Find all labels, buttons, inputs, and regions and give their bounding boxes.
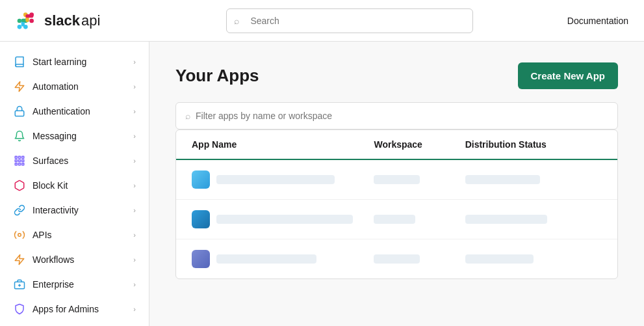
sidebar-item-label: Workflows	[32, 254, 127, 265]
table-row[interactable]	[176, 239, 617, 278]
svg-rect-2	[18, 25, 22, 29]
workspace-cell	[374, 215, 465, 224]
sidebar-item-block-kit[interactable]: Block Kit ›	[0, 173, 149, 198]
sidebar-item-label: Automation	[32, 81, 127, 92]
automation-icon	[13, 80, 26, 93]
book-icon	[13, 55, 26, 68]
svg-rect-15	[19, 156, 21, 158]
chevron-right-icon: ›	[133, 305, 136, 313]
svg-rect-21	[19, 163, 21, 165]
svg-rect-16	[22, 156, 24, 158]
chevron-right-icon: ›	[133, 83, 136, 90]
col-distribution-status: Distribution Status	[465, 139, 602, 150]
create-new-app-button[interactable]: Create New App	[518, 62, 618, 89]
avatar	[192, 250, 210, 268]
app-name-blurred	[216, 254, 316, 264]
chevron-right-icon: ›	[133, 256, 136, 264]
chevron-right-icon: ›	[133, 280, 136, 288]
page-header: Your Apps Create New App	[175, 62, 618, 89]
col-app-name: App Name	[192, 139, 374, 150]
svg-point-23	[18, 234, 21, 237]
svg-rect-22	[22, 163, 24, 165]
header-search-area: ⌕	[143, 8, 557, 33]
status-blurred	[465, 254, 534, 264]
avatar	[192, 170, 210, 189]
svg-rect-18	[19, 160, 21, 162]
avatar	[192, 210, 210, 228]
chevron-right-icon: ›	[133, 107, 136, 115]
logo-area: slackapi	[16, 9, 133, 33]
svg-rect-7	[29, 18, 34, 23]
apis-icon	[13, 228, 26, 241]
sidebar-item-workflows[interactable]: Workflows ›	[0, 247, 149, 272]
svg-rect-14	[15, 156, 17, 158]
sidebar-item-interactivity[interactable]: Interactivity ›	[0, 198, 149, 223]
workspace-cell	[374, 175, 465, 184]
chevron-right-icon: ›	[133, 157, 136, 165]
main-content: Your Apps Create New App ⌕ App Name Work…	[149, 42, 644, 326]
table-row[interactable]	[176, 200, 617, 239]
apps-table: App Name Workspace Distribution Status	[175, 129, 618, 279]
surfaces-icon	[13, 154, 26, 167]
chevron-right-icon: ›	[133, 231, 136, 239]
app-name-blurred	[216, 175, 335, 184]
apps-admins-icon	[13, 303, 26, 316]
documentation-link[interactable]: Documentation	[567, 16, 628, 26]
sidebar: Start learning › Automation › Authentica…	[0, 42, 149, 326]
sidebar-item-label: Enterprise	[32, 279, 127, 290]
filter-input[interactable]	[196, 111, 608, 121]
status-cell	[465, 254, 602, 264]
header-nav: Documentation	[567, 16, 628, 26]
sidebar-item-enterprise[interactable]: Enterprise ›	[0, 272, 149, 297]
search-icon: ⌕	[234, 16, 239, 26]
workflows-icon	[13, 253, 26, 266]
sidebar-item-label: Messaging	[32, 131, 127, 141]
svg-rect-11	[25, 14, 33, 18]
sidebar-item-apps-for-admins[interactable]: Apps for Admins ›	[0, 297, 149, 321]
slack-logo-icon	[16, 9, 39, 33]
sidebar-item-label: Apps for Admins	[32, 304, 127, 314]
svg-rect-20	[15, 163, 17, 165]
svg-rect-19	[22, 160, 24, 162]
interactivity-icon	[13, 204, 26, 217]
workspace-blurred	[374, 215, 415, 224]
workspace-cell	[374, 254, 465, 264]
sidebar-item-label: Authentication	[32, 106, 127, 116]
sidebar-item-apis[interactable]: APIs ›	[0, 223, 149, 247]
workspace-blurred	[374, 175, 419, 184]
sidebar-item-authentication[interactable]: Authentication ›	[0, 99, 149, 124]
chevron-right-icon: ›	[133, 58, 136, 66]
table-row[interactable]	[176, 160, 617, 200]
sidebar-item-automation[interactable]: Automation ›	[0, 74, 149, 99]
sidebar-item-label: Surfaces	[32, 156, 127, 166]
chevron-right-icon: ›	[133, 132, 136, 140]
sidebar-item-label: Interactivity	[32, 205, 127, 215]
filter-bar: ⌕	[175, 102, 618, 129]
app-name-cell	[192, 250, 374, 268]
lock-icon	[13, 105, 26, 118]
svg-rect-17	[15, 160, 17, 162]
app-name-cell	[192, 170, 374, 189]
status-blurred	[465, 215, 547, 224]
filter-search-icon: ⌕	[185, 111, 190, 121]
messaging-icon	[13, 129, 26, 143]
table-header: App Name Workspace Distribution Status	[176, 130, 617, 160]
sidebar-item-label: Block Kit	[32, 180, 127, 191]
search-input[interactable]	[226, 8, 473, 33]
sidebar-item-label: APIs	[32, 230, 127, 240]
status-cell	[465, 215, 602, 224]
enterprise-icon	[13, 278, 26, 291]
page-title: Your Apps	[175, 66, 259, 86]
sidebar-item-messaging[interactable]: Messaging ›	[0, 124, 149, 148]
app-name-cell	[192, 210, 374, 228]
status-cell	[465, 175, 602, 184]
chevron-right-icon: ›	[133, 206, 136, 214]
sidebar-item-surfaces[interactable]: Surfaces ›	[0, 148, 149, 173]
sidebar-item-start-learning[interactable]: Start learning ›	[0, 49, 149, 74]
chevron-right-icon: ›	[133, 182, 136, 189]
header: slackapi ⌕ Documentation	[0, 0, 644, 42]
svg-marker-24	[15, 255, 24, 265]
col-workspace: Workspace	[374, 139, 465, 150]
svg-marker-12	[15, 82, 24, 92]
svg-rect-0	[18, 18, 22, 23]
